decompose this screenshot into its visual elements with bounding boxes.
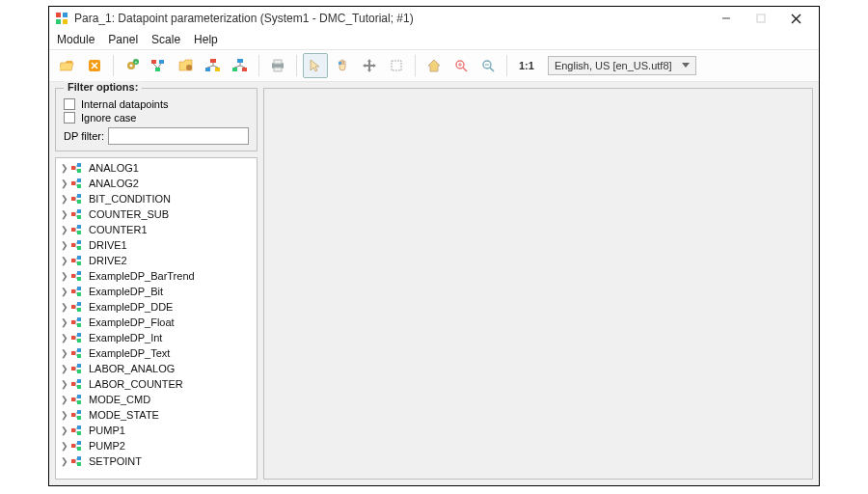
language-select[interactable]: English, US [en_US.utf8] <box>548 56 696 75</box>
svg-rect-135 <box>71 444 75 448</box>
internal-datapoints-option[interactable]: Internal datapoints <box>64 98 249 110</box>
print-button[interactable] <box>265 53 290 78</box>
svg-rect-97 <box>77 323 81 327</box>
svg-line-78 <box>75 258 77 261</box>
crop-tool-button[interactable] <box>384 53 409 78</box>
open-button[interactable] <box>55 53 80 78</box>
tree-node[interactable]: ❯DRIVE2 <box>60 253 257 268</box>
svg-rect-105 <box>71 351 75 355</box>
tree-node-label: BIT_CONDITION <box>89 193 171 205</box>
datapoint-type-icon <box>71 455 87 467</box>
tree-node[interactable]: ❯ExampleDP_Float <box>60 315 257 330</box>
tree-node[interactable]: ❯ANALOG2 <box>60 176 257 191</box>
hand-tool-button[interactable] <box>330 53 355 78</box>
maximize-button[interactable] <box>744 7 778 30</box>
expand-icon: ❯ <box>60 333 69 343</box>
svg-line-89 <box>75 291 77 294</box>
tree-node[interactable]: ❯SETPOINT <box>60 453 257 469</box>
ignore-case-option[interactable]: Ignore case <box>64 112 249 124</box>
tree-node[interactable]: ❯PUMP1 <box>60 423 257 438</box>
svg-rect-122 <box>77 400 81 404</box>
expand-icon: ❯ <box>60 256 69 265</box>
home-view-button[interactable] <box>421 53 447 78</box>
svg-line-48 <box>75 165 77 168</box>
svg-line-53 <box>75 180 77 183</box>
svg-point-20 <box>186 65 192 70</box>
expand-icon: ❯ <box>60 425 69 435</box>
hierarchy-edit-button[interactable] <box>201 53 226 78</box>
tree-node[interactable]: ❯COUNTER1 <box>60 222 257 237</box>
datapoint-tree[interactable]: ❯ANALOG1❯ANALOG2❯BIT_CONDITION❯COUNTER_S… <box>55 157 258 480</box>
svg-line-58 <box>75 196 77 199</box>
tree-node[interactable]: ❯MODE_CMD <box>60 392 257 407</box>
menu-scale[interactable]: Scale <box>151 33 180 46</box>
svg-rect-50 <box>71 181 75 185</box>
tree-node-label: ANALOG1 <box>89 162 139 174</box>
zoom-in-button[interactable] <box>448 53 474 78</box>
tree-node[interactable]: ❯ANALOG1 <box>60 160 257 176</box>
menu-help[interactable]: Help <box>194 33 218 46</box>
scale-1to1-button[interactable]: 1:1 <box>513 53 540 78</box>
tree-node[interactable]: ❯COUNTER_SUB <box>60 206 257 222</box>
tree-node-label: PUMP1 <box>89 425 125 436</box>
dp-filter-input[interactable] <box>108 127 249 145</box>
chevron-down-icon <box>672 63 690 69</box>
close-panel-button[interactable] <box>82 53 107 78</box>
tree-node[interactable]: ❯ExampleDP_BarTrend <box>60 268 257 284</box>
cursor-icon <box>309 59 322 72</box>
hierarchy-view-button[interactable] <box>228 53 253 78</box>
svg-line-19 <box>158 64 161 68</box>
datapoint-type-icon <box>71 224 87 235</box>
close-button[interactable] <box>778 7 813 30</box>
svg-rect-52 <box>77 184 81 188</box>
svg-rect-92 <box>77 308 81 312</box>
tree-node-label: PUMP2 <box>89 440 125 452</box>
svg-rect-95 <box>71 320 75 324</box>
menu-panel[interactable]: Panel <box>108 33 138 46</box>
move-tool-button[interactable] <box>357 53 382 78</box>
titlebar: Para_1: Datapoint parameterization (Syst… <box>49 7 819 30</box>
svg-text:+: + <box>135 59 138 65</box>
tree-node[interactable]: ❯LABOR_ANALOG <box>60 361 257 376</box>
pointer-tool-button[interactable] <box>303 53 328 78</box>
tree-node[interactable]: ❯MODE_STATE <box>60 407 257 423</box>
svg-rect-3 <box>63 19 68 24</box>
app-icon <box>55 12 68 25</box>
svg-line-139 <box>75 446 77 449</box>
expand-icon: ❯ <box>60 209 69 219</box>
tree-node[interactable]: ❯BIT_CONDITION <box>60 191 257 206</box>
svg-line-68 <box>75 227 77 230</box>
svg-line-114 <box>75 369 77 371</box>
tree-node[interactable]: ❯ExampleDP_Text <box>60 345 257 361</box>
tree-node[interactable]: ❯ExampleDP_DDE <box>60 299 257 315</box>
zoom-out-button[interactable] <box>475 53 501 78</box>
tree-icon <box>151 59 167 72</box>
zoom-in-icon <box>454 59 468 72</box>
printer-icon <box>270 59 285 72</box>
svg-rect-45 <box>71 166 75 170</box>
svg-line-103 <box>75 335 77 338</box>
tree-node[interactable]: ❯DRIVE1 <box>60 237 257 253</box>
svg-rect-110 <box>71 367 75 370</box>
bulk-edit-button[interactable] <box>174 53 199 78</box>
svg-rect-66 <box>77 225 81 229</box>
menu-module[interactable]: Module <box>57 33 95 46</box>
svg-line-54 <box>75 183 77 186</box>
hierarchy-alt-icon <box>232 59 248 72</box>
minimize-button[interactable] <box>709 7 744 30</box>
new-dp-button[interactable]: + <box>120 53 145 78</box>
tree-node[interactable]: ❯LABOR_COUNTER <box>60 376 257 392</box>
svg-line-31 <box>234 66 240 68</box>
tree-node[interactable]: ❯ExampleDP_Bit <box>60 284 257 299</box>
svg-rect-130 <box>71 428 75 432</box>
move-icon <box>363 59 376 72</box>
svg-rect-61 <box>77 209 81 213</box>
dp-tree-button[interactable] <box>147 53 172 78</box>
tree-node[interactable]: ❯ExampleDP_Int <box>60 330 257 345</box>
tree-node[interactable]: ❯PUMP2 <box>60 438 257 453</box>
checkbox-icon <box>64 112 75 124</box>
filter-legend: Filter options: <box>64 81 142 93</box>
svg-line-63 <box>75 211 77 214</box>
svg-rect-86 <box>77 287 81 290</box>
menubar: Module Panel Scale Help <box>49 30 819 49</box>
